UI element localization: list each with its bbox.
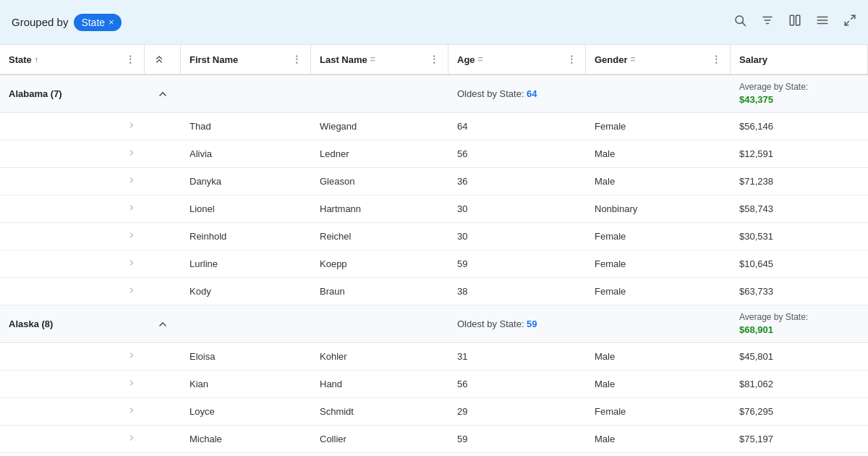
row-salary: $45,801 — [731, 351, 868, 362]
lastname-col-label: Last Name — [320, 54, 367, 65]
row-age: 59 — [448, 258, 586, 269]
header-left: Grouped by State × — [12, 14, 122, 31]
filter-icon[interactable] — [761, 14, 774, 30]
row-age: 36 — [448, 176, 586, 187]
group-expand-cell[interactable] — [145, 318, 181, 330]
chevron-right-icon[interactable] — [127, 258, 136, 269]
group-name: Alabama (7) — [9, 88, 62, 99]
state-sort-icon[interactable]: ↑ — [35, 55, 39, 64]
state-menu-icon[interactable]: ⋮ — [125, 54, 135, 65]
row-firstname: Kody — [181, 286, 311, 297]
header-bar: Grouped by State × — [0, 0, 868, 45]
row-age: 64 — [448, 121, 586, 132]
row-age: 38 — [448, 286, 586, 297]
col-header-state[interactable]: State ↑ ⋮ — [0, 45, 145, 74]
chevron-right-icon[interactable] — [127, 121, 136, 132]
chevron-right-icon[interactable] — [127, 203, 136, 214]
row-gender: Male — [586, 148, 731, 159]
row-chevron-cell — [0, 351, 145, 362]
row-gender: Male — [586, 434, 731, 444]
row-firstname: Alivia — [181, 148, 311, 159]
age-col-label: Age — [457, 54, 475, 65]
age-eq-icon: = — [478, 54, 483, 64]
chevron-right-icon[interactable] — [127, 231, 136, 242]
lastname-menu-icon[interactable]: ⋮ — [429, 54, 439, 65]
svg-rect-5 — [790, 15, 793, 25]
table-row: Eloisa Kohler 31 Male $45,801 — [0, 343, 868, 371]
row-gender: Male — [586, 379, 731, 389]
group-expand-cell[interactable] — [145, 88, 181, 100]
row-salary: $81,062 — [731, 379, 868, 389]
table-row: Lionel Hartmann 30 Nonbinary $58,743 — [0, 195, 868, 223]
row-salary: $63,733 — [731, 286, 868, 297]
grouped-by-label: Grouped by — [12, 16, 68, 28]
row-age: 56 — [448, 148, 586, 159]
row-salary: $10,645 — [731, 258, 868, 269]
row-age: 31 — [448, 351, 586, 362]
col-header-gender[interactable]: Gender = ⋮ — [586, 45, 731, 74]
group-age-cell: Oldest by State: 59 — [448, 318, 586, 329]
row-salary: $75,197 — [731, 434, 868, 444]
chevron-right-icon[interactable] — [127, 148, 136, 159]
table-row: Alivia Ledner 56 Male $12,591 — [0, 140, 868, 168]
row-lastname: Reichel — [311, 231, 448, 242]
table-row: Thad Wiegand 64 Female $56,146 — [0, 113, 868, 140]
chevron-right-icon[interactable] — [127, 379, 136, 389]
row-lastname: Koepp — [311, 258, 448, 269]
col-header-salary[interactable]: Salary — [731, 45, 868, 74]
age-menu-icon[interactable]: ⋮ — [566, 54, 576, 65]
avg-value: $43,375 — [739, 93, 859, 106]
chevron-right-icon[interactable] — [127, 176, 136, 187]
col-header-firstname[interactable]: First Name ⋮ — [181, 45, 311, 74]
chevron-right-icon[interactable] — [127, 351, 136, 362]
row-firstname: Lionel — [181, 203, 311, 214]
row-lastname: Schmidt — [311, 406, 448, 417]
group-state-cell: Alaska (8) — [0, 318, 145, 329]
expand-icon[interactable] — [843, 14, 856, 30]
row-age: 30 — [448, 231, 586, 242]
row-lastname: Kohler — [311, 351, 448, 362]
row-chevron-cell — [0, 434, 145, 444]
table-row: Kody Braun 38 Female $63,733 — [0, 278, 868, 305]
row-gender: Female — [586, 258, 731, 269]
group-salary-cell: Average by State: $68,901 — [731, 311, 868, 337]
chevron-right-icon[interactable] — [127, 286, 136, 297]
row-lastname: Hartmann — [311, 203, 448, 214]
group-row: Alaska (8) Oldest by State: 59 Average b… — [0, 305, 868, 343]
svg-rect-6 — [796, 15, 800, 25]
row-gender: Male — [586, 351, 731, 362]
group-age-cell: Oldest by State: 64 — [448, 88, 586, 99]
close-icon[interactable]: × — [109, 17, 114, 28]
firstname-menu-icon[interactable]: ⋮ — [292, 54, 302, 65]
row-gender: Female — [586, 286, 731, 297]
svg-line-10 — [851, 15, 855, 19]
row-chevron-cell — [0, 148, 145, 159]
row-firstname: Eloisa — [181, 351, 311, 362]
columns-icon[interactable] — [788, 14, 801, 30]
table-row: Kian Hand 56 Male $81,062 — [0, 371, 868, 398]
row-lastname: Ledner — [311, 148, 448, 159]
state-badge-label: State — [81, 17, 105, 28]
col-header-lastname[interactable]: Last Name = ⋮ — [311, 45, 448, 74]
table-row: Michale Collier 59 Male $75,197 — [0, 426, 868, 453]
firstname-col-label: First Name — [190, 54, 238, 65]
search-icon[interactable] — [733, 14, 746, 30]
row-chevron-cell — [0, 231, 145, 242]
menu-icon[interactable] — [816, 14, 829, 30]
row-age: 29 — [448, 406, 586, 417]
gender-menu-icon[interactable]: ⋮ — [711, 54, 721, 65]
row-firstname: Loyce — [181, 406, 311, 417]
state-badge[interactable]: State × — [74, 14, 121, 31]
row-lastname: Hand — [311, 379, 448, 389]
row-salary: $58,743 — [731, 203, 868, 214]
chevron-right-icon[interactable] — [127, 406, 136, 417]
col-header-expand[interactable] — [145, 45, 181, 74]
chevron-right-icon[interactable] — [127, 434, 136, 444]
row-salary: $76,295 — [731, 406, 868, 417]
gender-eq-icon: = — [631, 54, 636, 64]
row-firstname: Danyka — [181, 176, 311, 187]
row-lastname: Wiegand — [311, 121, 448, 132]
col-header-age[interactable]: Age = ⋮ — [448, 45, 586, 74]
row-age: 30 — [448, 203, 586, 214]
oldest-label: Oldest by State: — [457, 318, 527, 329]
